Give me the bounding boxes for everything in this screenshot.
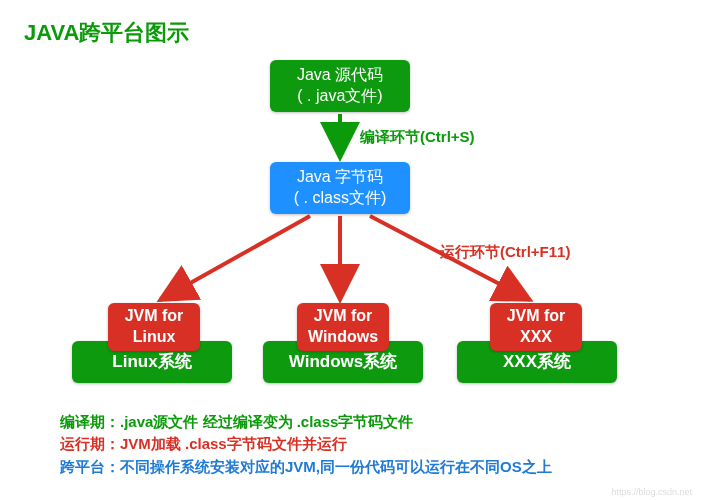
node-jvm-xxx-line1: JVM for bbox=[507, 306, 566, 327]
node-source-line2: ( . java文件) bbox=[297, 86, 382, 107]
svg-line-1 bbox=[160, 216, 310, 300]
node-jvm-windows-line1: JVM for bbox=[314, 306, 373, 327]
node-source-line1: Java 源代码 bbox=[297, 65, 383, 86]
node-jvm-windows: JVM for Windows bbox=[297, 303, 389, 351]
node-bytecode-line2: ( . class文件) bbox=[294, 188, 386, 209]
watermark: https://blog.csdn.net bbox=[611, 487, 692, 497]
page-title: JAVA跨平台图示 bbox=[0, 0, 702, 48]
node-jvm-linux: JVM for Linux bbox=[108, 303, 200, 351]
footer-line-crossplatform: 跨平台：不同操作系统安装对应的JVM,同一份代码可以运行在不同OS之上 bbox=[60, 456, 552, 479]
label-run: 运行环节(Ctrl+F11) bbox=[440, 243, 570, 262]
footer-notes: 编译期：.java源文件 经过编译变为 .class字节码文件 运行期：JVM加… bbox=[60, 411, 552, 479]
node-jvm-linux-line1: JVM for bbox=[125, 306, 184, 327]
node-bytecode: Java 字节码 ( . class文件) bbox=[270, 162, 410, 214]
node-source: Java 源代码 ( . java文件) bbox=[270, 60, 410, 112]
footer-line-compile: 编译期：.java源文件 经过编译变为 .class字节码文件 bbox=[60, 411, 552, 434]
diagram-canvas: Java 源代码 ( . java文件) 编译环节(Ctrl+S) Java 字… bbox=[0, 48, 702, 428]
node-jvm-xxx: JVM for XXX bbox=[490, 303, 582, 351]
label-compile: 编译环节(Ctrl+S) bbox=[360, 128, 475, 147]
node-bytecode-line1: Java 字节码 bbox=[297, 167, 383, 188]
node-jvm-linux-line2: Linux bbox=[133, 327, 176, 348]
node-jvm-windows-line2: Windows bbox=[308, 327, 378, 348]
footer-line-run: 运行期：JVM加载 .class字节码文件并运行 bbox=[60, 433, 552, 456]
node-jvm-xxx-line2: XXX bbox=[520, 327, 552, 348]
